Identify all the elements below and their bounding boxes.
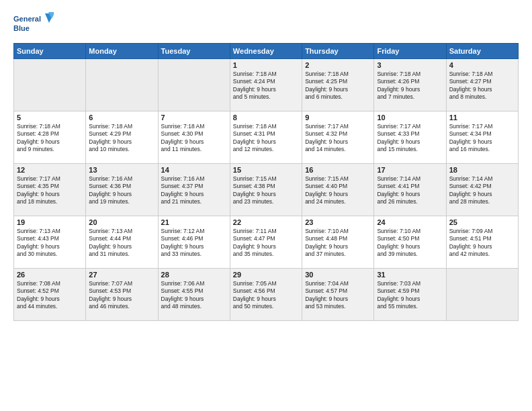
calendar-cell: 5Sunrise: 7:18 AM Sunset: 4:28 PM Daylig… <box>14 111 86 164</box>
day-number: 8 <box>233 113 299 122</box>
calendar-cell: 10Sunrise: 7:17 AM Sunset: 4:33 PM Dayli… <box>374 111 446 164</box>
calendar-cell: 26Sunrise: 7:08 AM Sunset: 4:52 PM Dayli… <box>14 269 86 321</box>
weekday-header-friday: Friday <box>374 44 446 59</box>
day-info: Sunrise: 7:11 AM Sunset: 4:47 PM Dayligh… <box>233 228 299 259</box>
day-info: Sunrise: 7:06 AM Sunset: 4:55 PM Dayligh… <box>161 280 227 311</box>
day-number: 10 <box>377 113 443 122</box>
calendar-cell: 12Sunrise: 7:17 AM Sunset: 4:35 PM Dayli… <box>14 164 86 216</box>
day-number: 27 <box>89 271 154 279</box>
day-number: 25 <box>449 218 515 226</box>
calendar-cell <box>86 59 158 111</box>
week-row-2: 5Sunrise: 7:18 AM Sunset: 4:28 PM Daylig… <box>14 111 519 164</box>
calendar-cell: 21Sunrise: 7:12 AM Sunset: 4:46 PM Dayli… <box>158 216 230 269</box>
day-number: 9 <box>305 113 371 122</box>
header: General Blue <box>13 12 519 36</box>
calendar-cell: 22Sunrise: 7:11 AM Sunset: 4:47 PM Dayli… <box>230 216 302 269</box>
day-info: Sunrise: 7:14 AM Sunset: 4:42 PM Dayligh… <box>449 175 515 206</box>
calendar-cell: 2Sunrise: 7:18 AM Sunset: 4:25 PM Daylig… <box>302 59 374 111</box>
calendar-cell: 18Sunrise: 7:14 AM Sunset: 4:42 PM Dayli… <box>446 164 518 216</box>
day-info: Sunrise: 7:17 AM Sunset: 4:33 PM Dayligh… <box>377 123 443 154</box>
calendar-cell: 17Sunrise: 7:14 AM Sunset: 4:41 PM Dayli… <box>374 164 446 216</box>
calendar: SundayMondayTuesdayWednesdayThursdayFrid… <box>13 43 519 321</box>
logo-svg: General Blue <box>13 12 54 36</box>
day-info: Sunrise: 7:18 AM Sunset: 4:27 PM Dayligh… <box>449 71 515 101</box>
calendar-cell: 9Sunrise: 7:17 AM Sunset: 4:32 PM Daylig… <box>302 111 374 164</box>
svg-text:Blue: Blue <box>13 24 30 32</box>
day-number: 11 <box>449 113 515 122</box>
day-info: Sunrise: 7:18 AM Sunset: 4:26 PM Dayligh… <box>377 71 443 101</box>
weekday-header-row: SundayMondayTuesdayWednesdayThursdayFrid… <box>14 44 519 59</box>
calendar-cell: 19Sunrise: 7:13 AM Sunset: 4:43 PM Dayli… <box>14 216 86 269</box>
calendar-cell: 24Sunrise: 7:10 AM Sunset: 4:50 PM Dayli… <box>374 216 446 269</box>
calendar-cell: 14Sunrise: 7:16 AM Sunset: 4:37 PM Dayli… <box>158 164 230 216</box>
weekday-header-sunday: Sunday <box>14 44 86 59</box>
calendar-cell: 4Sunrise: 7:18 AM Sunset: 4:27 PM Daylig… <box>446 59 518 111</box>
day-info: Sunrise: 7:09 AM Sunset: 4:51 PM Dayligh… <box>449 228 515 259</box>
calendar-cell: 31Sunrise: 7:03 AM Sunset: 4:59 PM Dayli… <box>374 269 446 321</box>
weekday-header-monday: Monday <box>86 44 158 59</box>
calendar-cell: 28Sunrise: 7:06 AM Sunset: 4:55 PM Dayli… <box>158 269 230 321</box>
calendar-cell: 23Sunrise: 7:10 AM Sunset: 4:48 PM Dayli… <box>302 216 374 269</box>
week-row-4: 19Sunrise: 7:13 AM Sunset: 4:43 PM Dayli… <box>14 216 519 269</box>
day-info: Sunrise: 7:13 AM Sunset: 4:43 PM Dayligh… <box>17 228 83 259</box>
day-info: Sunrise: 7:03 AM Sunset: 4:59 PM Dayligh… <box>377 280 443 311</box>
day-info: Sunrise: 7:18 AM Sunset: 4:30 PM Dayligh… <box>161 123 227 154</box>
day-number: 12 <box>17 166 83 174</box>
day-number: 31 <box>377 271 443 279</box>
day-number: 4 <box>449 61 515 69</box>
day-number: 14 <box>161 166 227 174</box>
calendar-cell: 6Sunrise: 7:18 AM Sunset: 4:29 PM Daylig… <box>86 111 158 164</box>
day-info: Sunrise: 7:18 AM Sunset: 4:31 PM Dayligh… <box>233 123 299 154</box>
calendar-cell <box>446 269 518 321</box>
day-number: 2 <box>305 61 371 69</box>
day-info: Sunrise: 7:17 AM Sunset: 4:35 PM Dayligh… <box>17 175 83 206</box>
day-info: Sunrise: 7:17 AM Sunset: 4:32 PM Dayligh… <box>305 123 371 154</box>
day-number: 13 <box>89 166 154 174</box>
day-number: 29 <box>233 271 299 279</box>
day-info: Sunrise: 7:04 AM Sunset: 4:57 PM Dayligh… <box>305 280 371 311</box>
calendar-cell: 30Sunrise: 7:04 AM Sunset: 4:57 PM Dayli… <box>302 269 374 321</box>
day-info: Sunrise: 7:12 AM Sunset: 4:46 PM Dayligh… <box>161 228 227 259</box>
weekday-header-wednesday: Wednesday <box>230 44 302 59</box>
calendar-cell: 25Sunrise: 7:09 AM Sunset: 4:51 PM Dayli… <box>446 216 518 269</box>
day-info: Sunrise: 7:08 AM Sunset: 4:52 PM Dayligh… <box>17 280 83 311</box>
day-number: 20 <box>89 218 154 226</box>
day-info: Sunrise: 7:05 AM Sunset: 4:56 PM Dayligh… <box>233 280 299 311</box>
weekday-header-tuesday: Tuesday <box>158 44 230 59</box>
weekday-header-saturday: Saturday <box>446 44 518 59</box>
day-info: Sunrise: 7:16 AM Sunset: 4:36 PM Dayligh… <box>89 175 154 206</box>
day-number: 17 <box>377 166 443 174</box>
day-number: 24 <box>377 218 443 226</box>
calendar-cell: 20Sunrise: 7:13 AM Sunset: 4:44 PM Dayli… <box>86 216 158 269</box>
day-number: 7 <box>161 113 227 122</box>
day-number: 28 <box>161 271 227 279</box>
calendar-cell: 1Sunrise: 7:18 AM Sunset: 4:24 PM Daylig… <box>230 59 302 111</box>
day-info: Sunrise: 7:18 AM Sunset: 4:29 PM Dayligh… <box>89 123 154 154</box>
day-number: 16 <box>305 166 371 174</box>
day-info: Sunrise: 7:13 AM Sunset: 4:44 PM Dayligh… <box>89 228 154 259</box>
day-number: 3 <box>377 61 443 69</box>
day-info: Sunrise: 7:18 AM Sunset: 4:24 PM Dayligh… <box>233 71 299 101</box>
day-number: 15 <box>233 166 299 174</box>
week-row-3: 12Sunrise: 7:17 AM Sunset: 4:35 PM Dayli… <box>14 164 519 216</box>
calendar-cell: 13Sunrise: 7:16 AM Sunset: 4:36 PM Dayli… <box>86 164 158 216</box>
day-number: 23 <box>305 218 371 226</box>
day-number: 19 <box>17 218 83 226</box>
weekday-header-thursday: Thursday <box>302 44 374 59</box>
calendar-cell <box>14 59 86 111</box>
day-info: Sunrise: 7:16 AM Sunset: 4:37 PM Dayligh… <box>161 175 227 206</box>
calendar-cell: 27Sunrise: 7:07 AM Sunset: 4:53 PM Dayli… <box>86 269 158 321</box>
day-number: 30 <box>305 271 371 279</box>
week-row-5: 26Sunrise: 7:08 AM Sunset: 4:52 PM Dayli… <box>14 269 519 321</box>
calendar-cell: 29Sunrise: 7:05 AM Sunset: 4:56 PM Dayli… <box>230 269 302 321</box>
day-number: 6 <box>89 113 154 122</box>
day-info: Sunrise: 7:07 AM Sunset: 4:53 PM Dayligh… <box>89 280 154 311</box>
day-number: 5 <box>17 113 83 122</box>
day-info: Sunrise: 7:17 AM Sunset: 4:34 PM Dayligh… <box>449 123 515 154</box>
calendar-cell: 11Sunrise: 7:17 AM Sunset: 4:34 PM Dayli… <box>446 111 518 164</box>
day-number: 26 <box>17 271 83 279</box>
day-info: Sunrise: 7:15 AM Sunset: 4:38 PM Dayligh… <box>233 175 299 206</box>
calendar-cell: 8Sunrise: 7:18 AM Sunset: 4:31 PM Daylig… <box>230 111 302 164</box>
calendar-cell: 3Sunrise: 7:18 AM Sunset: 4:26 PM Daylig… <box>374 59 446 111</box>
calendar-cell <box>158 59 230 111</box>
